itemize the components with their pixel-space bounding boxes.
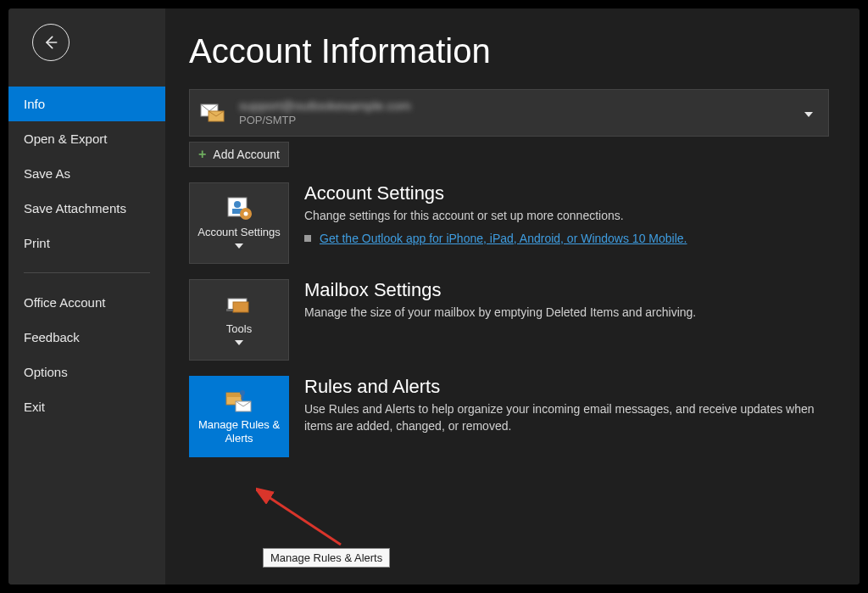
nav-options[interactable]: Options bbox=[8, 355, 165, 389]
content-area: Account Information support@outlookexamp… bbox=[165, 8, 860, 585]
back-button[interactable] bbox=[32, 24, 70, 61]
section-account-settings: Account Settings Account Settings Change… bbox=[189, 182, 829, 264]
rules-alerts-title: Rules and Alerts bbox=[304, 376, 829, 398]
chevron-down-icon bbox=[235, 338, 243, 348]
svg-point-4 bbox=[234, 201, 241, 208]
account-email: support@outlookexample.com bbox=[239, 98, 411, 114]
tile-account-settings-label: Account Settings bbox=[198, 226, 281, 239]
plus-icon: + bbox=[198, 148, 206, 161]
tile-manage-rules-alerts-label: Manage Rules & Alerts bbox=[195, 418, 283, 445]
rules-alerts-body: Rules and Alerts Use Rules and Alerts to… bbox=[304, 376, 829, 434]
outlook-backstage: Info Open & Export Save As Save Attachme… bbox=[0, 0, 868, 593]
nav-feedback[interactable]: Feedback bbox=[8, 320, 165, 355]
sidebar: Info Open & Export Save As Save Attachme… bbox=[8, 8, 165, 585]
mailbox-settings-body: Mailbox Settings Manage the size of your… bbox=[304, 279, 829, 322]
nav-exit[interactable]: Exit bbox=[8, 389, 165, 424]
rules-alerts-icon bbox=[224, 388, 254, 415]
chevron-down-icon bbox=[804, 105, 813, 120]
add-account-button[interactable]: + Add Account bbox=[189, 142, 289, 167]
section-rules-alerts: Manage Rules & Alerts Rules and Alerts U… bbox=[189, 376, 829, 457]
account-settings-desc: Change settings for this account or set … bbox=[304, 208, 829, 225]
back-arrow-icon bbox=[42, 34, 59, 51]
tile-tools[interactable]: Tools bbox=[189, 279, 289, 361]
svg-rect-10 bbox=[226, 309, 233, 311]
chevron-down-icon bbox=[235, 241, 243, 251]
tile-manage-rules-alerts[interactable]: Manage Rules & Alerts bbox=[189, 376, 289, 457]
svg-rect-9 bbox=[233, 302, 248, 312]
add-account-label: Add Account bbox=[213, 148, 280, 161]
account-selector[interactable]: support@outlookexample.com POP/SMTP bbox=[189, 89, 829, 137]
rules-alerts-desc: Use Rules and Alerts to help organize yo… bbox=[304, 401, 829, 434]
svg-point-7 bbox=[244, 212, 248, 216]
mailbox-settings-desc: Manage the size of your mailbox by empty… bbox=[304, 305, 829, 322]
tile-tools-label: Tools bbox=[226, 322, 252, 336]
page-title: Account Information bbox=[189, 32, 829, 70]
account-text: support@outlookexample.com POP/SMTP bbox=[239, 98, 411, 127]
nav-save-attachments[interactable]: Save Attachments bbox=[8, 191, 165, 226]
inner-container: Info Open & Export Save As Save Attachme… bbox=[8, 8, 860, 585]
account-settings-body: Account Settings Change settings for thi… bbox=[304, 182, 829, 245]
envelope-icon bbox=[200, 103, 225, 123]
nav-open-export[interactable]: Open & Export bbox=[8, 121, 165, 156]
svg-rect-14 bbox=[242, 394, 244, 400]
svg-rect-12 bbox=[226, 393, 242, 397]
account-settings-title: Account Settings bbox=[304, 182, 829, 204]
mailbox-settings-title: Mailbox Settings bbox=[304, 279, 829, 301]
account-type: POP/SMTP bbox=[239, 114, 411, 127]
account-settings-icon bbox=[225, 195, 253, 222]
nav-save-as[interactable]: Save As bbox=[8, 156, 165, 191]
tooltip-manage-rules-alerts: Manage Rules & Alerts bbox=[263, 548, 390, 568]
tools-icon bbox=[225, 292, 253, 319]
tile-account-settings[interactable]: Account Settings bbox=[189, 182, 289, 264]
section-mailbox-settings: Tools Mailbox Settings Manage the size o… bbox=[189, 279, 829, 361]
nav-office-account[interactable]: Office Account bbox=[8, 285, 165, 320]
get-outlook-app-link[interactable]: Get the Outlook app for iPhone, iPad, An… bbox=[320, 232, 687, 245]
account-settings-bullet: Get the Outlook app for iPhone, iPad, An… bbox=[304, 232, 829, 245]
nav-separator bbox=[24, 272, 150, 273]
nav-info[interactable]: Info bbox=[8, 87, 165, 121]
bullet-icon bbox=[304, 235, 311, 242]
nav-print[interactable]: Print bbox=[8, 226, 165, 260]
